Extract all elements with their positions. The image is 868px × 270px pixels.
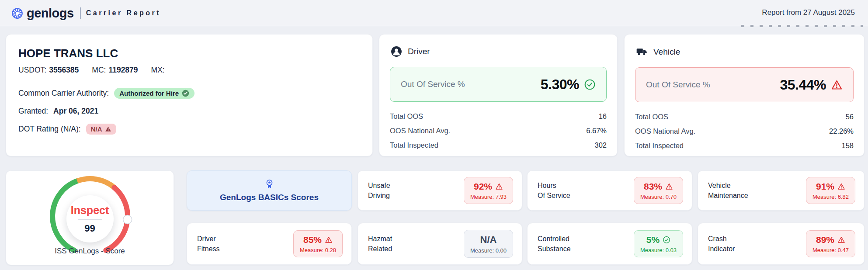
- score-card-vehicle-maintenance: Vehicle Maintenance 91% Measure: 6.82: [698, 170, 865, 211]
- iss-status: Inspect: [71, 204, 109, 217]
- report-date: Report from 27 August 2025: [762, 8, 855, 17]
- top-bar: genlogs Carrier Report Report from 27 Au…: [0, 0, 868, 26]
- score-label: Unsafe Driving: [368, 180, 390, 201]
- score-badge: 92% Measure: 7.93: [464, 177, 513, 204]
- vehicle-card: Vehicle Out Of Service % 35.44% Total OO…: [624, 34, 865, 156]
- stat-row: Total Inspected158: [635, 138, 854, 153]
- driver-title: Driver: [408, 47, 430, 56]
- brand-divider: [80, 7, 81, 19]
- iss-caption: ISS GenLogs - Score: [6, 247, 174, 256]
- brand-name: genlogs: [27, 6, 74, 21]
- score-badge: 91% Measure: 6.82: [806, 177, 855, 204]
- driver-card-header: Driver: [391, 46, 607, 57]
- score-card-hours-of-service: Hours Of Service 83% Measure: 0.70: [527, 170, 692, 211]
- vehicle-card-header: Vehicle: [636, 46, 854, 58]
- mx-number: MX:: [151, 66, 165, 75]
- award-ribbon-icon: [264, 179, 275, 190]
- granted-line: Granted: Apr 06, 2021: [18, 105, 360, 117]
- score-card-hazmat-related: Hazmat Related N/A Measure: 0.00: [358, 223, 522, 265]
- score-badge: 89% Measure: 0.47: [806, 230, 855, 257]
- driver-card: Driver Out Of Service % 5.30% Total OOS1…: [379, 34, 618, 156]
- vehicle-stats: Total OOS56 OOS National Avg.22.26% Tota…: [635, 110, 854, 153]
- score-badge: 5% Measure: 0.03: [634, 230, 683, 257]
- dot-rating-line: DOT Rating (N/A): N/A: [18, 123, 360, 135]
- score-label: Hours Of Service: [538, 180, 570, 201]
- score-badge: 83% Measure: 0.70: [634, 177, 683, 204]
- iss-score-card: Inspect 99 ISS GenLogs - Score: [6, 170, 174, 265]
- gauge-divider: [78, 219, 102, 220]
- oos-label: Out Of Service %: [646, 80, 710, 90]
- score-card-unsafe-driving: Unsafe Driving 92% Measure: 7.93: [358, 170, 522, 211]
- authority-line: Common Carrier Authority: Authorized for…: [18, 87, 360, 99]
- score-badge: 85% Measure: 0.28: [293, 230, 343, 257]
- stat-row: Total Inspected302: [390, 138, 607, 152]
- vehicle-oos-value: 35.44%: [780, 77, 843, 93]
- stat-row: Total OOS16: [390, 109, 607, 124]
- warning-triangle-icon: [495, 183, 503, 190]
- check-circle-icon: [663, 236, 670, 244]
- product-title: Carrier Report: [86, 9, 161, 17]
- score-label: Hazmat Related: [368, 234, 392, 254]
- score-label: Driver Fitness: [197, 234, 220, 254]
- iss-score-value: 99: [84, 223, 95, 234]
- stat-row: OOS National Avg.6.67%: [390, 124, 607, 138]
- carrier-name: HOPE TRANS LLC: [18, 47, 360, 60]
- score-badge: N/A Measure: 0.00: [464, 230, 513, 258]
- warning-triangle-icon: [325, 236, 333, 244]
- authority-badge: Authorized for Hire: [114, 88, 194, 99]
- genlogs-logo-icon: [11, 7, 23, 19]
- score-label: Vehicle Maintenance: [708, 180, 748, 201]
- stat-row: OOS National Avg.22.26%: [635, 124, 854, 138]
- warning-triangle-icon: [665, 183, 673, 190]
- driver-stats: Total OOS16 OOS National Avg.6.67% Total…: [390, 109, 607, 152]
- carrier-info-card: HOPE TRANS LLC USDOT:3556385 MC:1192879 …: [6, 34, 373, 156]
- clipped-text-row: [741, 25, 863, 27]
- carrier-id-line: USDOT:3556385 MC:1192879 MX:: [18, 66, 360, 75]
- warning-triangle-icon: [837, 236, 845, 244]
- vehicle-title: Vehicle: [653, 47, 680, 57]
- oos-label: Out Of Service %: [401, 80, 465, 89]
- gauge-knob: [123, 215, 132, 224]
- vehicle-oos-box: Out Of Service % 35.44%: [635, 67, 854, 102]
- authority-label: Common Carrier Authority:: [18, 89, 109, 98]
- warning-triangle-icon: [837, 183, 845, 190]
- mc-number: MC:1192879: [92, 66, 138, 75]
- score-card-crash-indicator: Crash Indicator 89% Measure: 0.47: [698, 223, 865, 265]
- basics-header-card: GenLogs BASICs Scores: [187, 170, 352, 211]
- dot-rating-label: DOT Rating (N/A):: [18, 125, 81, 134]
- usdot: USDOT:3556385: [18, 66, 79, 75]
- score-label: Crash Indicator: [708, 234, 735, 254]
- dot-rating-badge: N/A: [86, 124, 117, 135]
- gauge-center: Inspect 99: [66, 195, 114, 242]
- driver-icon: [391, 46, 402, 57]
- granted-date: Apr 06, 2021: [53, 107, 98, 116]
- stat-row: Total OOS56: [635, 110, 854, 124]
- score-card-driver-fitness: Driver Fitness 85% Measure: 0.28: [187, 223, 352, 265]
- warning-triangle-icon: [105, 126, 111, 132]
- granted-label: Granted:: [18, 107, 48, 116]
- score-card-controlled-substance: Controlled Substance 5% Measure: 0.03: [527, 223, 692, 265]
- basics-title: GenLogs BASICs Scores: [220, 193, 319, 202]
- score-label: Controlled Substance: [538, 234, 571, 254]
- check-circle-icon: [182, 90, 189, 97]
- driver-oos-value: 5.30%: [541, 76, 596, 93]
- truck-icon: [636, 46, 648, 58]
- check-circle-icon: [584, 79, 596, 90]
- warning-triangle-icon: [831, 79, 843, 91]
- driver-oos-box: Out Of Service % 5.30%: [390, 67, 607, 102]
- brand: genlogs Carrier Report: [11, 0, 161, 26]
